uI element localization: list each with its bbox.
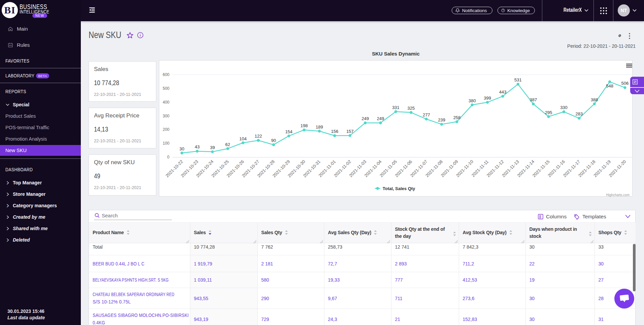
svg-text:506: 506 [621,81,629,86]
svg-text:104: 104 [239,136,247,141]
svg-text:600: 600 [163,72,169,77]
svg-text:387: 387 [529,97,537,102]
svg-text:400: 400 [163,100,169,105]
svg-text:90: 90 [271,138,276,143]
svg-text:43: 43 [195,144,199,149]
svg-text:249: 249 [361,116,369,121]
svg-text:154: 154 [285,129,293,134]
svg-text:500: 500 [163,86,169,91]
svg-text:548: 548 [606,83,613,88]
svg-text:239: 239 [438,117,445,122]
svg-text:Highcharts.com: Highcharts.com [606,193,630,197]
svg-text:399: 399 [484,96,491,101]
svg-text:331: 331 [392,105,399,110]
svg-text:325: 325 [408,106,415,111]
svg-text:249: 249 [377,116,384,121]
svg-text:295: 295 [545,110,552,115]
svg-text:300: 300 [163,114,169,118]
svg-text:283: 283 [576,111,583,116]
svg-text:122: 122 [255,134,262,139]
svg-text:277: 277 [423,112,430,117]
svg-text:380: 380 [469,98,476,103]
svg-text:39: 39 [210,145,215,150]
svg-text:388: 388 [591,97,598,102]
svg-text:258: 258 [453,115,461,120]
svg-text:100: 100 [163,141,169,146]
svg-text:0: 0 [167,155,169,159]
svg-text:157: 157 [346,129,354,134]
svg-text:200: 200 [163,127,169,132]
svg-text:198: 198 [300,123,308,128]
svg-text:189: 189 [316,124,323,130]
svg-text:30: 30 [180,146,184,151]
svg-text:156: 156 [331,129,339,134]
svg-text:443: 443 [499,89,507,95]
svg-text:531: 531 [514,77,522,82]
svg-text:Total, Sales Qty: Total, Sales Qty [383,186,415,191]
svg-text:62: 62 [225,142,230,147]
svg-text:330: 330 [560,105,568,110]
